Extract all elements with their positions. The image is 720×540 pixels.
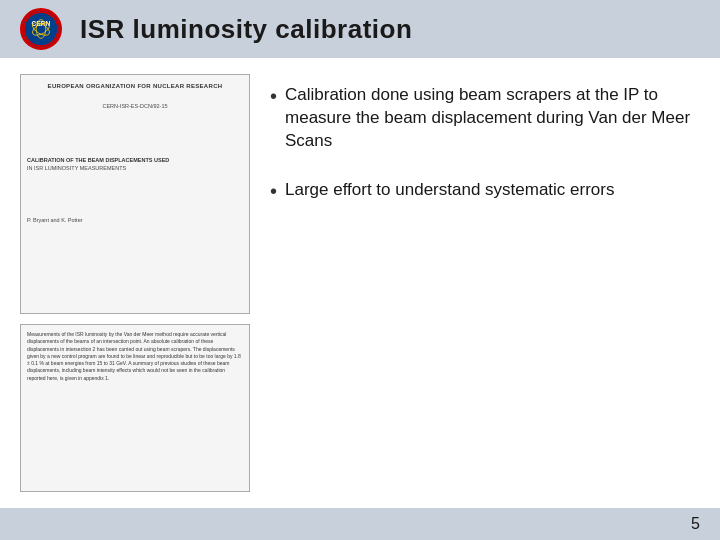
doc-author: P. Bryant and K. Potter	[27, 217, 243, 223]
bullet-text-1: Calibration done using beam scrapers at …	[285, 84, 700, 153]
document-panel: EUROPEAN ORGANIZATION FOR NUCLEAR RESEAR…	[20, 74, 250, 492]
page-number: 5	[691, 515, 700, 533]
bullet-item-1: • Calibration done using beam scrapers a…	[270, 84, 700, 153]
bullet-dot-1: •	[270, 86, 277, 106]
doc-ref-number: CERN-ISR-ES-DCN/92-15	[27, 103, 243, 109]
bullet-dot-2: •	[270, 181, 277, 201]
doc-bottom-card: Measurements of the ISR luminosity by th…	[20, 324, 250, 492]
doc-top-card: EUROPEAN ORGANIZATION FOR NUCLEAR RESEAR…	[20, 74, 250, 314]
doc-section-title: CALIBRATION OF THE BEAM DISPLACEMENTS US…	[27, 157, 243, 163]
bullet-item-2: • Large effort to understand systematic …	[270, 179, 700, 202]
slide-header: CERN ISR luminosity calibration	[0, 0, 720, 58]
cern-logo: CERN	[20, 8, 62, 50]
doc-subtitle: IN ISR LUMINOSITY MEASUREMENTS	[27, 165, 243, 171]
svg-point-0	[24, 12, 58, 46]
doc-body-text: Measurements of the ISR luminosity by th…	[27, 331, 243, 382]
bullet-text-2: Large effort to understand systematic er…	[285, 179, 614, 202]
text-panel: • Calibration done using beam scrapers a…	[270, 74, 700, 492]
main-content: EUROPEAN ORGANIZATION FOR NUCLEAR RESEAR…	[0, 58, 720, 508]
doc-org-name: EUROPEAN ORGANIZATION FOR NUCLEAR RESEAR…	[27, 83, 243, 89]
slide-footer: 5	[0, 508, 720, 540]
page-title: ISR luminosity calibration	[80, 14, 412, 45]
slide-container: CERN ISR luminosity calibration EUROPEAN…	[0, 0, 720, 540]
